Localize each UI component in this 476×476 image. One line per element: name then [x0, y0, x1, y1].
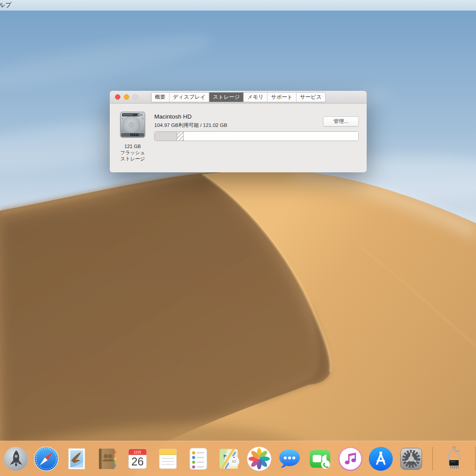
disk-caption-size: 121 GB	[111, 143, 155, 149]
tab-storage[interactable]: ストレージ	[209, 93, 244, 102]
disk-caption: 121 GB フラッシュ ストレージ	[111, 143, 155, 162]
disk-caption-type2: ストレージ	[111, 156, 155, 162]
dock-icon-launchpad[interactable]	[2, 445, 30, 472]
traffic-lights	[115, 94, 138, 100]
disk-caption-type1: フラッシュ	[111, 149, 155, 156]
dock: 10月 26 3D	[0, 441, 476, 476]
dock-icon-maps[interactable]: 3D	[215, 445, 242, 472]
dock-icon-system-preferences[interactable]	[398, 445, 425, 472]
dock-icon-reminders[interactable]	[185, 445, 212, 472]
menu-bar: ルプ	[0, 0, 476, 11]
manage-button[interactable]: 管理...	[323, 116, 359, 126]
volume-name: Macintosh HD	[154, 113, 192, 120]
maps-3d-badge: 3D	[231, 460, 236, 464]
dock-icon-contacts[interactable]	[93, 445, 121, 472]
dock-icon-system-information[interactable]	[440, 445, 468, 472]
dock-separator	[432, 447, 433, 471]
tab-memory[interactable]: メモリ	[244, 93, 268, 102]
dock-icon-safari[interactable]	[33, 445, 60, 472]
system-info-window: 概要 ディスプレイ ストレージ メモリ サポート サービス	[110, 91, 367, 172]
dock-icon-facetime[interactable]	[306, 445, 334, 472]
storage-segment-other	[177, 132, 184, 141]
tab-service[interactable]: サービス	[297, 93, 325, 102]
dock-icon-notes[interactable]	[154, 445, 182, 472]
storage-segment-free	[184, 132, 358, 141]
tab-displays[interactable]: ディスプレイ	[169, 93, 209, 102]
dock-icon-calendar[interactable]: 10月 26	[124, 445, 151, 472]
volume-availability: 104.97 GB利用可能 / 121.02 GB	[154, 122, 227, 129]
dock-icon-app-store[interactable]	[367, 445, 394, 472]
calendar-month-label: 10月	[134, 450, 141, 454]
storage-segment-used	[155, 132, 177, 141]
storage-usage-bar	[154, 131, 359, 141]
close-button[interactable]	[115, 94, 120, 100]
dock-icon-photos[interactable]	[245, 445, 273, 472]
tab-bar: 概要 ディスプレイ ストレージ メモリ サポート サービス	[151, 92, 325, 102]
menu-item-help-partial[interactable]: ルプ	[0, 1, 12, 9]
window-titlebar[interactable]: 概要 ディスプレイ ストレージ メモリ サポート サービス	[110, 91, 367, 104]
dock-icon-itunes[interactable]	[337, 445, 364, 472]
dock-separator	[475, 447, 476, 471]
dock-icon-messages[interactable]	[276, 445, 303, 472]
desktop-wallpaper	[0, 0, 476, 476]
dock-icon-mail[interactable]	[63, 445, 90, 472]
zoom-button-disabled	[133, 94, 138, 100]
hard-disk-icon	[118, 111, 147, 140]
storage-panel: 121 GB フラッシュ ストレージ Macintosh HD 104.97 G…	[110, 104, 367, 172]
tab-overview[interactable]: 概要	[151, 93, 169, 102]
tab-support[interactable]: サポート	[268, 93, 297, 102]
minimize-button[interactable]	[124, 94, 129, 100]
calendar-day-label: 26	[131, 455, 144, 467]
